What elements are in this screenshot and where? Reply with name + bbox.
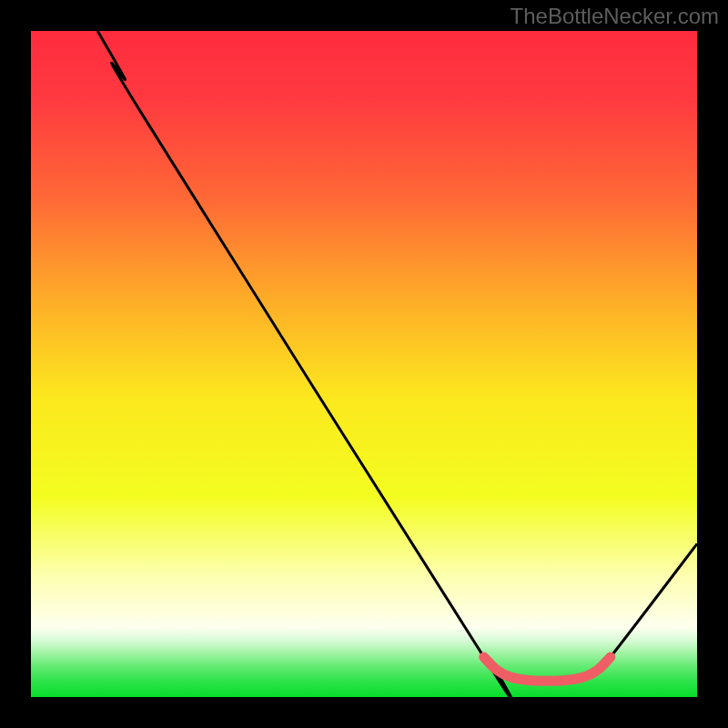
chart-container: TheBottleNecker.com [0,0,728,728]
plot-background [31,31,697,697]
watermark-text: TheBottleNecker.com [511,4,719,29]
bottleneck-chart [0,0,728,728]
